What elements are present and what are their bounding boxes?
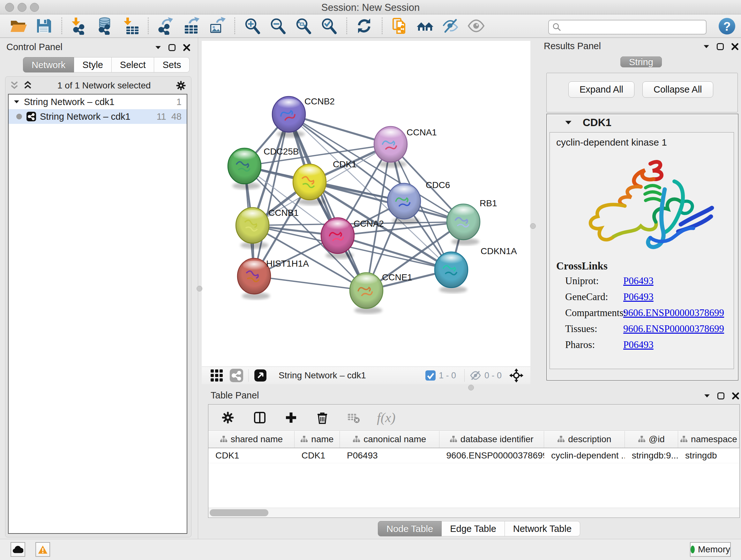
crosslink-link[interactable]: P06493 [623,339,654,351]
warning-status-button[interactable] [36,542,50,557]
import-network-from-database-button[interactable] [96,17,114,35]
node-CDC25B[interactable]: CDC25B [228,146,299,189]
node-CDK1[interactable]: CDK1 [293,159,357,205]
collapse-all-button[interactable]: Collapse All [643,81,713,98]
selected-checkbox-icon[interactable] [425,370,435,381]
export-table-button[interactable] [182,17,201,35]
update-network-button[interactable] [355,17,374,35]
network-view-title: String Network – cdk1 [279,370,425,381]
node-CDKN1A[interactable]: CDKN1A [434,246,517,293]
tab-node-table[interactable]: Node Table [378,521,442,537]
network-view-share-icon[interactable] [230,369,243,382]
close-panel-icon[interactable] [183,44,191,51]
network-collection-row[interactable]: String Network – cdk1 1 [9,95,187,109]
collapse-all-networks-icon[interactable] [23,81,32,90]
column-header-canonical-name[interactable]: canonical name [340,431,440,448]
table-menu-caret-icon[interactable] [704,394,710,398]
crosslink-link[interactable]: P06493 [623,291,654,303]
application-window: Session: New Session ? Control Panel Net… [0,0,741,560]
export-network-button[interactable] [157,17,175,35]
cell-database-identifier[interactable]: 9606.ENSP00000378699 [440,448,544,463]
column-header-@id[interactable]: @id [625,431,678,448]
import-network-from-database-icon [96,17,114,35]
network-canvas[interactable]: CCNB2 CCNA1 CDC25B CDK1 CDC6 RB1 [202,41,530,367]
results-menu-caret-icon[interactable] [703,45,710,49]
gene-collapse-icon[interactable] [565,120,572,125]
cell-@id[interactable]: stringdb:9... [625,448,678,463]
tab-string[interactable]: String [620,57,662,67]
network-selector-bar: 1 of 1 Network selected [5,78,191,92]
search-input[interactable] [563,22,706,33]
hide-selection-button[interactable] [442,17,460,35]
right-splitter-handle[interactable] [530,223,536,229]
save-session-button[interactable] [35,17,53,35]
node-CCNA1[interactable]: CCNA1 [374,126,437,168]
node-RB1[interactable]: RB1 [447,198,497,245]
control-panel: Control Panel NetworkStyleSelectSets 1 o… [0,38,198,539]
new-network-from-selection-button[interactable] [391,17,409,35]
control-panel-tabs: NetworkStyleSelectSets [23,57,190,72]
import-network-from-file-button[interactable] [70,17,89,35]
table-options-button[interactable] [221,410,236,425]
scrollbar-thumb[interactable] [210,509,268,516]
cell-canonical-name[interactable]: P06493 [340,448,439,463]
column-header-description[interactable]: description [544,431,625,448]
column-label: name [311,434,333,444]
birds-eye-view-icon[interactable] [254,369,267,382]
grid-view-icon[interactable] [210,369,223,382]
first-neighbors-button[interactable] [416,17,434,35]
zoom-fit-button[interactable] [294,17,313,35]
table-row[interactable]: CDK1CDK1P064939606.ENSP00000378699cyclin… [208,448,739,463]
help-button[interactable]: ? [719,18,735,35]
delete-table-button[interactable] [347,410,361,425]
create-column-button[interactable] [284,410,299,425]
pan-crosshair-icon[interactable] [509,368,523,382]
tab-edge-table[interactable]: Edge Table [442,521,505,537]
node-CCNE1[interactable]: CCNE1 [350,272,412,314]
network-options-gear-icon[interactable] [176,80,186,91]
crosslink-link[interactable]: 9606.ENSP00000378699 [623,323,724,334]
cell-name[interactable]: CDK1 [294,448,340,463]
tab-style[interactable]: Style [74,57,111,72]
gene-header-row[interactable]: CDK1 [547,114,738,131]
collection-collapse-icon[interactable] [14,100,19,104]
crosslink-link[interactable]: P06493 [623,275,654,287]
memory-button[interactable]: Memory [690,542,731,557]
zoom-in-button[interactable] [243,17,262,35]
float-panel-icon[interactable] [168,44,176,51]
tab-network[interactable]: Network [23,57,74,72]
open-file-button[interactable] [9,17,28,35]
cell-namespace[interactable]: stringdb [678,448,739,463]
zoom-out-button[interactable] [269,17,287,35]
function-builder-button[interactable]: f(x) [377,410,395,425]
node-label-CCNE1: CCNE1 [382,272,412,282]
column-header-shared-name[interactable]: shared name [208,431,294,448]
left-splitter-handle[interactable] [197,286,202,292]
cell-shared-name[interactable]: CDK1 [208,448,294,463]
tab-select[interactable]: Select [112,57,154,72]
panel-menu-caret-icon[interactable] [155,46,161,50]
crosslink-link[interactable]: 9606.ENSP00000378699 [623,307,724,319]
cloud-status-button[interactable] [10,542,25,557]
column-header-namespace[interactable]: namespace [678,431,739,448]
show-all-button[interactable] [467,17,486,35]
table-float-icon[interactable] [717,392,725,400]
cell-description[interactable]: cyclin-dependent ... [544,448,625,463]
import-table-from-file-button[interactable] [121,17,140,35]
expand-all-networks-icon[interactable] [10,81,19,90]
tab-sets[interactable]: Sets [154,57,190,72]
table-close-icon[interactable] [732,392,739,400]
network-row[interactable]: String Network – cdk1 11 48 [9,109,187,124]
results-close-icon[interactable] [731,43,739,51]
results-float-icon[interactable] [717,43,724,51]
column-header-name[interactable]: name [294,431,340,448]
show-columns-button[interactable] [253,410,267,425]
export-image-button[interactable] [208,17,226,35]
column-header-database-identifier[interactable]: database identifier [440,431,544,448]
node-CCNB2[interactable]: CCNB2 [272,97,335,138]
zoom-selected-button[interactable] [320,17,338,35]
bottom-splitter-handle[interactable] [468,385,474,390]
expand-all-button[interactable]: Expand All [568,81,634,98]
tab-network-table[interactable]: Network Table [505,521,580,537]
delete-column-button[interactable] [315,410,330,425]
